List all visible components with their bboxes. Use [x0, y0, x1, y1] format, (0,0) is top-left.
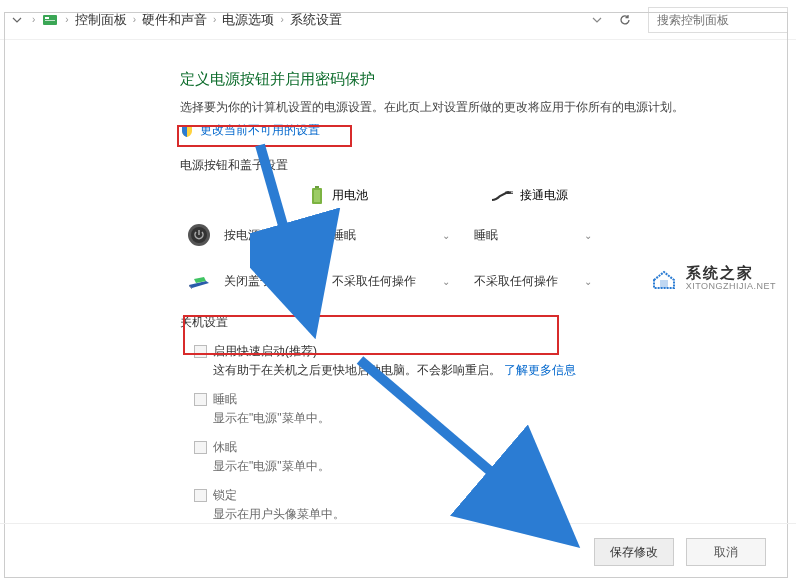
battery-icon	[310, 186, 324, 204]
laptop-lid-icon	[186, 268, 212, 294]
power-button-battery-dropdown[interactable]: 睡眠 ⌄	[326, 224, 456, 246]
page-description: 选择要为你的计算机设置的电源设置。在此页上对设置所做的更改将应用于你所有的电源计…	[180, 99, 756, 116]
breadcrumb-item[interactable]: 电源选项	[222, 11, 274, 29]
chevron-right-icon: ›	[280, 14, 283, 25]
chevron-down-icon: ⌄	[442, 230, 450, 241]
page-title: 定义电源按钮并启用密码保护	[180, 70, 756, 89]
save-button[interactable]: 保存修改	[594, 538, 674, 566]
close-lid-plugged-dropdown[interactable]: 不采取任何操作 ⌄	[468, 270, 598, 292]
close-lid-battery-dropdown[interactable]: 不采取任何操作 ⌄	[326, 270, 456, 292]
hibernate-label: 休眠	[213, 439, 237, 456]
sleep-option: 睡眠 显示在"电源"菜单中。	[194, 391, 756, 427]
fast-startup-checkbox[interactable]	[194, 345, 207, 358]
watermark-title: 系统之家	[686, 265, 776, 282]
lock-label: 锁定	[213, 487, 237, 504]
hibernate-option: 休眠 显示在"电源"菜单中。	[194, 439, 756, 475]
breadcrumb-item[interactable]: 硬件和声音	[142, 11, 207, 29]
hibernate-checkbox[interactable]	[194, 441, 207, 454]
watermark-subtitle: XITONGZHIJIA.NET	[686, 282, 776, 292]
plug-icon	[490, 190, 512, 200]
fast-startup-option: 启用快速启动(推荐) 这有助于在关机之后更快地启动电脑。不会影响重启。 了解更多…	[194, 343, 756, 379]
svg-rect-7	[510, 192, 513, 193]
fast-startup-label: 启用快速启动(推荐)	[213, 343, 317, 360]
control-panel-icon	[41, 11, 59, 29]
cancel-button[interactable]: 取消	[686, 538, 766, 566]
watermark: 系统之家 XITONGZHIJIA.NET	[650, 265, 776, 291]
power-button-label: 按电源按钮时:	[224, 227, 314, 244]
svg-rect-8	[510, 193, 513, 194]
chevron-down-icon: ⌄	[584, 230, 592, 241]
shield-icon	[180, 124, 194, 138]
svg-rect-5	[314, 190, 320, 202]
sleep-desc: 显示在"电源"菜单中。	[213, 410, 756, 427]
breadcrumb-item[interactable]: 控制面板	[75, 11, 127, 29]
history-dropdown[interactable]	[8, 11, 26, 29]
lock-option: 锁定 显示在用户头像菜单中。	[194, 487, 756, 523]
power-button-plugged-dropdown[interactable]: 睡眠 ⌄	[468, 224, 598, 246]
sleep-checkbox[interactable]	[194, 393, 207, 406]
svg-rect-3	[315, 186, 319, 188]
row-power-button: 按电源按钮时: 睡眠 ⌄ 睡眠 ⌄	[186, 222, 756, 248]
close-lid-label: 关闭盖子时:	[224, 273, 314, 290]
learn-more-link[interactable]: 了解更多信息	[504, 363, 576, 377]
section-shutdown: 关机设置	[180, 314, 756, 331]
lock-desc: 显示在用户头像菜单中。	[213, 506, 756, 523]
chevron-right-icon: ›	[133, 14, 136, 25]
column-plugged: 接通电源	[490, 186, 640, 204]
chevron-right-icon: ›	[32, 14, 35, 25]
fast-startup-desc: 这有助于在关机之后更快地启动电脑。不会影响重启。 了解更多信息	[213, 362, 756, 379]
footer-divider	[0, 523, 796, 524]
svg-rect-1	[45, 17, 49, 19]
refresh-button[interactable]	[616, 11, 634, 29]
section-buttons-lid: 电源按钮和盖子设置	[180, 157, 756, 174]
column-battery-label: 用电池	[332, 187, 368, 204]
footer-buttons: 保存修改 取消	[594, 538, 766, 566]
power-button-icon	[186, 222, 212, 248]
address-toolbar: › › 控制面板 › 硬件和声音 › 电源选项 › 系统设置	[0, 0, 796, 40]
search-input[interactable]	[648, 7, 788, 33]
hibernate-desc: 显示在"电源"菜单中。	[213, 458, 756, 475]
column-battery: 用电池	[310, 186, 460, 204]
chevron-down-icon: ⌄	[442, 276, 450, 287]
sleep-label: 睡眠	[213, 391, 237, 408]
chevron-down-icon: ⌄	[584, 276, 592, 287]
lock-checkbox[interactable]	[194, 489, 207, 502]
change-unavailable-link[interactable]: 更改当前不可用的设置	[200, 122, 320, 139]
watermark-logo-icon	[650, 266, 678, 290]
column-plugged-label: 接通电源	[520, 187, 568, 204]
breadcrumb-dropdown[interactable]	[592, 11, 602, 29]
svg-rect-11	[660, 280, 668, 288]
chevron-right-icon: ›	[65, 14, 68, 25]
breadcrumb: 控制面板 › 硬件和声音 › 电源选项 › 系统设置	[75, 11, 586, 29]
chevron-right-icon: ›	[213, 14, 216, 25]
breadcrumb-item[interactable]: 系统设置	[290, 11, 342, 29]
svg-rect-2	[45, 20, 55, 21]
